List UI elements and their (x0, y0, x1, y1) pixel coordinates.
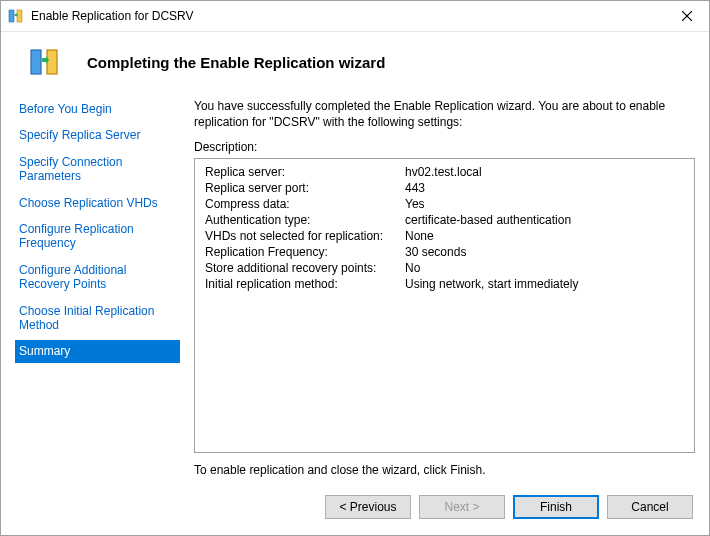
intro-text: You have successfully completed the Enab… (194, 98, 695, 130)
wizard-sidebar: Before You Begin Specify Replica Server … (15, 98, 180, 477)
app-icon (7, 7, 25, 25)
sidebar-step-choose-initial-replication-method[interactable]: Choose Initial Replication Method (15, 300, 180, 337)
setting-key: Replica server: (205, 165, 405, 179)
setting-value: No (405, 261, 420, 275)
description-label: Description: (194, 140, 695, 154)
setting-key: Replication Frequency: (205, 245, 405, 259)
setting-key: VHDs not selected for replication: (205, 229, 405, 243)
finish-button[interactable]: Finish (513, 495, 599, 519)
next-button: Next > (419, 495, 505, 519)
sidebar-step-before-you-begin[interactable]: Before You Begin (15, 98, 180, 120)
setting-value: Using network, start immediately (405, 277, 578, 291)
setting-key: Compress data: (205, 197, 405, 211)
setting-value: 30 seconds (405, 245, 466, 259)
sidebar-step-choose-replication-vhds[interactable]: Choose Replication VHDs (15, 192, 180, 214)
button-bar: < Previous Next > Finish Cancel (1, 483, 709, 535)
setting-key: Replica server port: (205, 181, 405, 195)
setting-row: Replication Frequency: 30 seconds (205, 245, 684, 259)
wizard-icon (29, 46, 61, 78)
cancel-button[interactable]: Cancel (607, 495, 693, 519)
setting-row: Compress data: Yes (205, 197, 684, 211)
previous-button[interactable]: < Previous (325, 495, 411, 519)
close-icon (682, 11, 692, 21)
footer-note: To enable replication and close the wiza… (194, 463, 695, 477)
svg-rect-0 (9, 10, 14, 22)
setting-value: 443 (405, 181, 425, 195)
setting-row: Replica server: hv02.test.local (205, 165, 684, 179)
window-title: Enable Replication for DCSRV (31, 9, 664, 23)
setting-row: Replica server port: 443 (205, 181, 684, 195)
wizard-header: Completing the Enable Replication wizard (1, 32, 709, 98)
svg-rect-5 (47, 50, 57, 74)
setting-key: Store additional recovery points: (205, 261, 405, 275)
wizard-content: You have successfully completed the Enab… (180, 98, 695, 477)
setting-row: Initial replication method: Using networ… (205, 277, 684, 291)
wizard-window: Enable Replication for DCSRV Completing … (0, 0, 710, 536)
setting-value: hv02.test.local (405, 165, 482, 179)
sidebar-step-summary[interactable]: Summary (15, 340, 180, 362)
sidebar-step-configure-replication-frequency[interactable]: Configure Replication Frequency (15, 218, 180, 255)
description-box: Replica server: hv02.test.local Replica … (194, 158, 695, 453)
sidebar-step-configure-additional-recovery-points[interactable]: Configure Additional Recovery Points (15, 259, 180, 296)
setting-value: None (405, 229, 434, 243)
setting-row: Store additional recovery points: No (205, 261, 684, 275)
setting-row: Authentication type: certificate-based a… (205, 213, 684, 227)
sidebar-step-specify-connection-parameters[interactable]: Specify Connection Parameters (15, 151, 180, 188)
titlebar: Enable Replication for DCSRV (1, 1, 709, 32)
sidebar-step-specify-replica-server[interactable]: Specify Replica Server (15, 124, 180, 146)
close-button[interactable] (664, 1, 709, 31)
wizard-body: Before You Begin Specify Replica Server … (1, 98, 709, 483)
setting-key: Initial replication method: (205, 277, 405, 291)
setting-value: certificate-based authentication (405, 213, 571, 227)
setting-value: Yes (405, 197, 425, 211)
svg-rect-4 (31, 50, 41, 74)
svg-rect-1 (17, 10, 22, 22)
setting-key: Authentication type: (205, 213, 405, 227)
page-title: Completing the Enable Replication wizard (87, 54, 385, 71)
setting-row: VHDs not selected for replication: None (205, 229, 684, 243)
